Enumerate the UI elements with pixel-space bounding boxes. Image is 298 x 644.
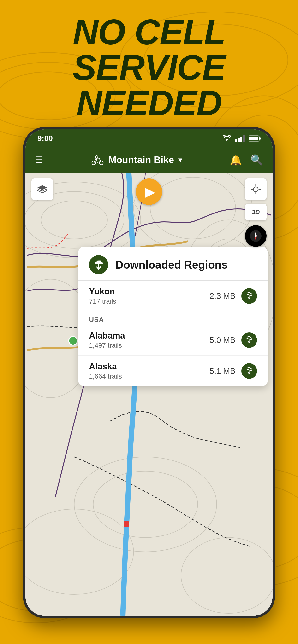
signal-icon <box>235 135 245 142</box>
status-bar: 9:00 <box>26 130 272 147</box>
downloaded-regions-card: Downloaded Regions Yukon 717 trails 2.3 … <box>78 247 268 386</box>
card-header: Downloaded Regions <box>78 247 268 280</box>
region-item-alaska: Alaska 1,664 trails 5.1 MB <box>78 356 268 386</box>
svg-point-43 <box>255 235 257 237</box>
region-trails-alaska: 1,664 trails <box>89 372 207 380</box>
region-size-alaska: 5.1 MB <box>207 366 235 376</box>
app-header: ☰ Mountain Bike ▾ 🔔 � <box>26 147 272 172</box>
region-download-yukon[interactable] <box>241 288 257 304</box>
region-trails-yukon: 717 trails <box>89 298 207 305</box>
card-title: Downloaded Regions <box>115 258 228 271</box>
download-arrow-icon-2 <box>245 336 253 344</box>
region-name-yukon: Yukon <box>89 286 207 296</box>
svg-point-34 <box>253 187 258 192</box>
svg-rect-33 <box>123 521 129 526</box>
region-download-alaska[interactable] <box>241 363 257 379</box>
svg-rect-13 <box>259 137 261 140</box>
layers-button[interactable] <box>32 178 53 200</box>
notification-icon[interactable]: 🔔 <box>230 154 242 166</box>
region-item-alabama: Alabama 1,497 trails 5.0 MB <box>78 325 268 356</box>
cloud-download-icon <box>89 255 108 274</box>
download-cloud-svg <box>93 260 105 270</box>
dropdown-arrow[interactable]: ▾ <box>178 156 182 164</box>
download-arrow-icon-3 <box>245 367 253 375</box>
play-icon: ▶ <box>145 184 155 199</box>
region-size-yukon: 2.3 MB <box>207 291 235 301</box>
3d-label: 3D <box>252 208 260 216</box>
app-title-area: Mountain Bike ▾ <box>50 154 222 165</box>
region-size-alabama: 5.0 MB <box>207 336 235 345</box>
section-label-usa: USA <box>78 312 268 325</box>
wifi-icon <box>222 135 232 142</box>
download-arrow-icon <box>245 292 253 300</box>
region-info-yukon: Yukon 717 trails <box>89 286 207 305</box>
card-body: Yukon 717 trails 2.3 MB <box>78 280 268 386</box>
phone-mockup: 9:00 <box>23 127 275 618</box>
region-name-alabama: Alabama <box>89 330 207 341</box>
location-button[interactable] <box>245 178 266 200</box>
svg-point-32 <box>69 336 77 345</box>
3d-button[interactable]: 3D <box>245 204 266 220</box>
svg-rect-14 <box>249 136 258 140</box>
compass-button[interactable] <box>245 225 266 247</box>
hero-headline: NO CELL SERVICE NEEDED <box>0 14 298 121</box>
svg-marker-11 <box>225 139 228 141</box>
region-info-alaska: Alaska 1,664 trails <box>89 362 207 380</box>
region-item-yukon: Yukon 717 trails 2.3 MB <box>78 280 268 312</box>
location-icon <box>250 183 262 195</box>
region-download-alabama[interactable] <box>241 332 257 348</box>
bike-icon <box>91 154 104 165</box>
map-area: ▶ 3D <box>26 172 272 616</box>
status-icons <box>222 135 261 142</box>
app-name: Mountain Bike <box>108 154 174 165</box>
header-actions: 🔔 🔍 <box>230 154 263 166</box>
search-icon[interactable]: 🔍 <box>250 154 263 166</box>
svg-rect-19 <box>27 172 271 616</box>
status-time: 9:00 <box>37 134 53 143</box>
battery-icon <box>249 135 261 142</box>
layers-icon <box>36 184 48 195</box>
play-button[interactable]: ▶ <box>136 178 162 205</box>
hamburger-menu[interactable]: ☰ <box>35 155 43 165</box>
region-name-alaska: Alaska <box>89 362 207 372</box>
region-trails-alabama: 1,497 trails <box>89 342 207 349</box>
compass-icon <box>248 228 264 244</box>
map-topo-bg <box>26 172 272 616</box>
region-info-alabama: Alabama 1,497 trails <box>89 330 207 349</box>
